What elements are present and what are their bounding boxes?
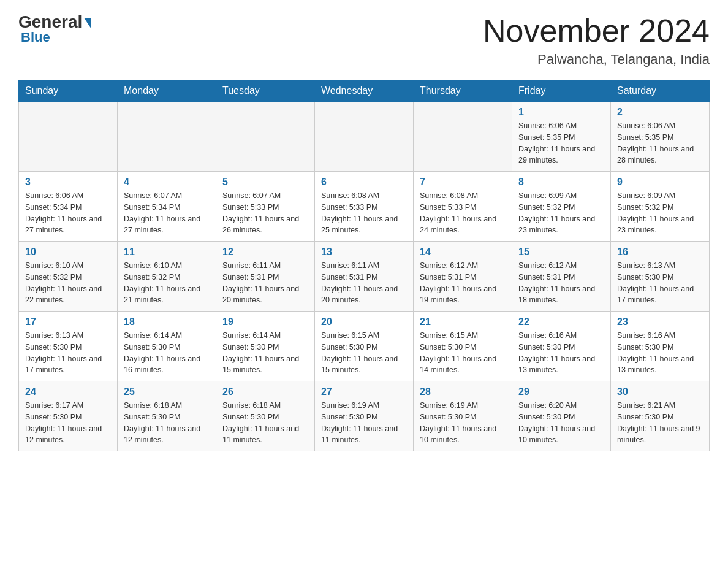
calendar-day-cell — [216, 102, 315, 172]
calendar-week-row: 3Sunrise: 6:06 AM Sunset: 5:34 PM Daylig… — [19, 172, 710, 242]
calendar-day-cell: 26Sunrise: 6:18 AM Sunset: 5:30 PM Dayli… — [216, 381, 315, 451]
day-number: 9 — [617, 177, 703, 188]
day-info: Sunrise: 6:21 AM Sunset: 5:30 PM Dayligh… — [617, 400, 703, 446]
calendar-day-cell: 2Sunrise: 6:06 AM Sunset: 5:35 PM Daylig… — [611, 102, 710, 172]
day-info: Sunrise: 6:12 AM Sunset: 5:31 PM Dayligh… — [518, 260, 604, 306]
day-of-week-header: Tuesday — [216, 80, 315, 102]
day-number: 30 — [617, 386, 703, 397]
calendar-day-cell: 10Sunrise: 6:10 AM Sunset: 5:32 PM Dayli… — [19, 242, 118, 312]
calendar-day-cell: 19Sunrise: 6:14 AM Sunset: 5:30 PM Dayli… — [216, 312, 315, 381]
calendar-day-cell: 28Sunrise: 6:19 AM Sunset: 5:30 PM Dayli… — [414, 381, 512, 451]
calendar-week-row: 17Sunrise: 6:13 AM Sunset: 5:30 PM Dayli… — [19, 312, 710, 381]
day-info: Sunrise: 6:19 AM Sunset: 5:30 PM Dayligh… — [321, 400, 407, 446]
day-of-week-header: Saturday — [611, 80, 710, 102]
day-number: 28 — [420, 386, 506, 397]
logo-blue-text: Blue — [21, 29, 50, 45]
calendar-table: SundayMondayTuesdayWednesdayThursdayFrid… — [18, 80, 710, 451]
calendar-week-row: 1Sunrise: 6:06 AM Sunset: 5:35 PM Daylig… — [19, 102, 710, 172]
calendar-day-cell — [118, 102, 216, 172]
day-info: Sunrise: 6:16 AM Sunset: 5:30 PM Dayligh… — [518, 330, 604, 376]
calendar-day-cell: 24Sunrise: 6:17 AM Sunset: 5:30 PM Dayli… — [19, 381, 118, 451]
day-number: 8 — [518, 177, 604, 188]
day-number: 17 — [25, 316, 111, 327]
page-header: General Blue November 2024 Palwancha, Te… — [18, 12, 710, 67]
day-of-week-header: Monday — [118, 80, 216, 102]
day-info: Sunrise: 6:07 AM Sunset: 5:34 PM Dayligh… — [124, 190, 210, 236]
day-number: 3 — [25, 177, 111, 188]
month-year-title: November 2024 — [483, 12, 710, 49]
calendar-day-cell: 6Sunrise: 6:08 AM Sunset: 5:33 PM Daylig… — [315, 172, 414, 242]
day-number: 16 — [617, 247, 703, 258]
day-info: Sunrise: 6:20 AM Sunset: 5:30 PM Dayligh… — [518, 400, 604, 446]
day-info: Sunrise: 6:10 AM Sunset: 5:32 PM Dayligh… — [25, 260, 111, 306]
logo-arrow-icon — [84, 18, 91, 29]
day-info: Sunrise: 6:06 AM Sunset: 5:35 PM Dayligh… — [518, 120, 604, 166]
calendar-day-cell: 20Sunrise: 6:15 AM Sunset: 5:30 PM Dayli… — [315, 312, 414, 381]
calendar-day-cell: 7Sunrise: 6:08 AM Sunset: 5:33 PM Daylig… — [414, 172, 512, 242]
day-info: Sunrise: 6:12 AM Sunset: 5:31 PM Dayligh… — [420, 260, 506, 306]
day-info: Sunrise: 6:13 AM Sunset: 5:30 PM Dayligh… — [617, 260, 703, 306]
day-number: 12 — [222, 247, 308, 258]
day-info: Sunrise: 6:11 AM Sunset: 5:31 PM Dayligh… — [222, 260, 308, 306]
calendar-day-cell: 13Sunrise: 6:11 AM Sunset: 5:31 PM Dayli… — [315, 242, 414, 312]
title-block: November 2024 Palwancha, Telangana, Indi… — [483, 12, 710, 67]
day-info: Sunrise: 6:14 AM Sunset: 5:30 PM Dayligh… — [222, 330, 308, 376]
day-of-week-header: Friday — [512, 80, 611, 102]
calendar-day-cell: 17Sunrise: 6:13 AM Sunset: 5:30 PM Dayli… — [19, 312, 118, 381]
location-subtitle: Palwancha, Telangana, India — [483, 52, 710, 67]
calendar-day-cell: 5Sunrise: 6:07 AM Sunset: 5:33 PM Daylig… — [216, 172, 315, 242]
day-info: Sunrise: 6:16 AM Sunset: 5:30 PM Dayligh… — [617, 330, 703, 376]
calendar-day-cell: 1Sunrise: 6:06 AM Sunset: 5:35 PM Daylig… — [512, 102, 611, 172]
day-info: Sunrise: 6:06 AM Sunset: 5:35 PM Dayligh… — [617, 120, 703, 166]
calendar-day-cell: 22Sunrise: 6:16 AM Sunset: 5:30 PM Dayli… — [512, 312, 611, 381]
day-number: 11 — [124, 247, 210, 258]
calendar-day-cell: 21Sunrise: 6:15 AM Sunset: 5:30 PM Dayli… — [414, 312, 512, 381]
day-number: 22 — [518, 316, 604, 327]
day-info: Sunrise: 6:19 AM Sunset: 5:30 PM Dayligh… — [420, 400, 506, 446]
calendar-week-row: 24Sunrise: 6:17 AM Sunset: 5:30 PM Dayli… — [19, 381, 710, 451]
day-info: Sunrise: 6:15 AM Sunset: 5:30 PM Dayligh… — [321, 330, 407, 376]
day-info: Sunrise: 6:09 AM Sunset: 5:32 PM Dayligh… — [518, 190, 604, 236]
calendar-day-cell: 12Sunrise: 6:11 AM Sunset: 5:31 PM Dayli… — [216, 242, 315, 312]
calendar-week-row: 10Sunrise: 6:10 AM Sunset: 5:32 PM Dayli… — [19, 242, 710, 312]
day-number: 24 — [25, 386, 111, 397]
calendar-day-cell: 16Sunrise: 6:13 AM Sunset: 5:30 PM Dayli… — [611, 242, 710, 312]
calendar-day-cell: 30Sunrise: 6:21 AM Sunset: 5:30 PM Dayli… — [611, 381, 710, 451]
logo: General Blue — [18, 12, 91, 45]
day-info: Sunrise: 6:14 AM Sunset: 5:30 PM Dayligh… — [124, 330, 210, 376]
day-number: 29 — [518, 386, 604, 397]
day-info: Sunrise: 6:18 AM Sunset: 5:30 PM Dayligh… — [222, 400, 308, 446]
calendar-day-cell: 27Sunrise: 6:19 AM Sunset: 5:30 PM Dayli… — [315, 381, 414, 451]
calendar-day-cell: 11Sunrise: 6:10 AM Sunset: 5:32 PM Dayli… — [118, 242, 216, 312]
calendar-day-cell: 25Sunrise: 6:18 AM Sunset: 5:30 PM Dayli… — [118, 381, 216, 451]
calendar-day-cell: 3Sunrise: 6:06 AM Sunset: 5:34 PM Daylig… — [19, 172, 118, 242]
day-number: 10 — [25, 247, 111, 258]
day-info: Sunrise: 6:07 AM Sunset: 5:33 PM Dayligh… — [222, 190, 308, 236]
day-number: 15 — [518, 247, 604, 258]
calendar-day-cell: 4Sunrise: 6:07 AM Sunset: 5:34 PM Daylig… — [118, 172, 216, 242]
day-number: 19 — [222, 316, 308, 327]
day-info: Sunrise: 6:08 AM Sunset: 5:33 PM Dayligh… — [420, 190, 506, 236]
day-info: Sunrise: 6:06 AM Sunset: 5:34 PM Dayligh… — [25, 190, 111, 236]
calendar-day-cell: 8Sunrise: 6:09 AM Sunset: 5:32 PM Daylig… — [512, 172, 611, 242]
day-of-week-header: Sunday — [19, 80, 118, 102]
day-info: Sunrise: 6:11 AM Sunset: 5:31 PM Dayligh… — [321, 260, 407, 306]
day-number: 27 — [321, 386, 407, 397]
day-number: 6 — [321, 177, 407, 188]
day-number: 21 — [420, 316, 506, 327]
day-number: 13 — [321, 247, 407, 258]
day-number: 14 — [420, 247, 506, 258]
day-of-week-header: Wednesday — [315, 80, 414, 102]
calendar-day-cell: 14Sunrise: 6:12 AM Sunset: 5:31 PM Dayli… — [414, 242, 512, 312]
calendar-day-cell: 15Sunrise: 6:12 AM Sunset: 5:31 PM Dayli… — [512, 242, 611, 312]
calendar-day-cell — [315, 102, 414, 172]
day-number: 20 — [321, 316, 407, 327]
day-number: 25 — [124, 386, 210, 397]
day-of-week-header: Thursday — [414, 80, 512, 102]
day-info: Sunrise: 6:08 AM Sunset: 5:33 PM Dayligh… — [321, 190, 407, 236]
calendar-day-cell: 29Sunrise: 6:20 AM Sunset: 5:30 PM Dayli… — [512, 381, 611, 451]
day-number: 26 — [222, 386, 308, 397]
calendar-day-cell: 9Sunrise: 6:09 AM Sunset: 5:32 PM Daylig… — [611, 172, 710, 242]
calendar-header-row: SundayMondayTuesdayWednesdayThursdayFrid… — [19, 80, 710, 102]
day-number: 1 — [518, 107, 604, 118]
